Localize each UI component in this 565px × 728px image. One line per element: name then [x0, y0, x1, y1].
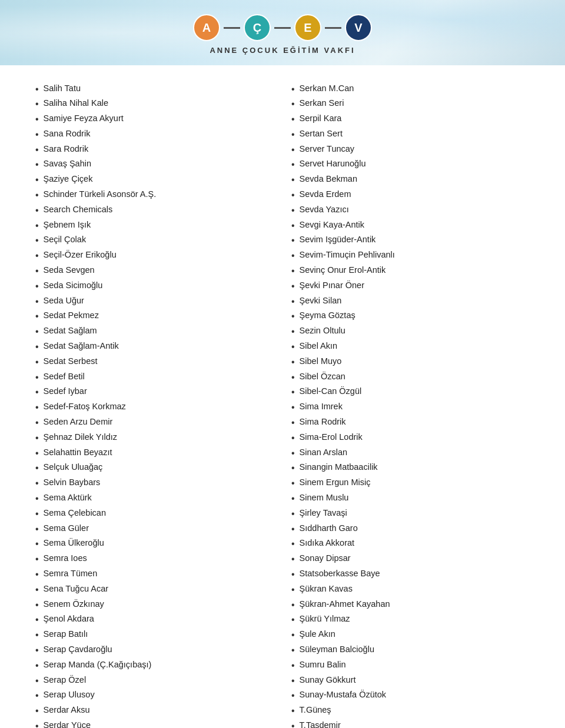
list-item: Sedat Sağlam — [35, 325, 274, 340]
list-item: Samiye Feyza Akyurt — [35, 112, 274, 128]
logo-circle-c: Ç — [244, 14, 271, 41]
left-list: Salih TatuSaliha Nihal KaleSamiye Feyza … — [35, 82, 274, 728]
list-item: Sinangin Matbaacilik — [291, 461, 530, 476]
list-item: Sevda Bekman — [291, 173, 530, 188]
list-item: Sedef Iybar — [35, 385, 274, 400]
list-item: Sevgi Kaya-Antik — [291, 218, 530, 233]
list-item: Sinem Ergun Misiç — [291, 476, 530, 492]
list-item: Sedat Pekmez — [35, 309, 274, 325]
list-item: Sinem Muslu — [291, 492, 530, 507]
logo-line-1 — [224, 27, 240, 29]
list-item: Şükrü Yılmaz — [291, 613, 530, 628]
list-item: Selçuk Uluağaç — [35, 461, 274, 476]
list-item: Sıddharth Garo — [291, 522, 530, 537]
list-item: Sedat Serbest — [35, 355, 274, 370]
logo-line-3 — [325, 27, 341, 29]
list-item: T.Güneş — [291, 704, 530, 719]
right-list: Serkan M.CanSerkan SeriSerpil KaraSertan… — [291, 82, 530, 728]
list-item: Serap Özel — [35, 673, 274, 689]
list-item: Sedef-Fatoş Korkmaz — [35, 400, 274, 416]
list-item: Sıdıka Akkorat — [291, 537, 530, 552]
list-item: Sedef Betil — [35, 370, 274, 385]
logo-icons: A Ç E V — [193, 14, 372, 41]
list-item: Sevda Erdem — [291, 188, 530, 203]
list-item: Sedat Sağlam-Antik — [35, 340, 274, 355]
list-item: Sema Aktürk — [35, 492, 274, 507]
list-item: Sezin Oltulu — [291, 325, 530, 340]
list-item: Senem Özkınay — [35, 597, 274, 613]
logo-area: A Ç E V ANNE ÇOCUK EĞİTİM VAKFI — [193, 14, 372, 55]
list-item: Salih Tatu — [35, 82, 274, 97]
list-item: Sibel Muyo — [291, 355, 530, 370]
list-item: Sara Rodrik — [35, 142, 274, 158]
list-item: Serdar Aksu — [35, 704, 274, 719]
list-item: Seçil-Özer Erikoğlu — [35, 249, 274, 264]
list-item: Serkan Seri — [291, 97, 530, 112]
list-item: Sevinç Onur Erol-Antik — [291, 264, 530, 279]
list-item: Serkan M.Can — [291, 82, 530, 97]
list-item: Seda Sicimoğlu — [35, 279, 274, 294]
list-item: Servet Harunoğlu — [291, 158, 530, 173]
list-item: Şule Akın — [291, 628, 530, 643]
logo-tagline: ANNE ÇOCUK EĞİTİM VAKFI — [210, 46, 355, 55]
list-item: Şaziye Çiçek — [35, 173, 274, 188]
list-item: Sena Tuğcu Acar — [35, 582, 274, 597]
list-item: Search Chemicals — [35, 203, 274, 218]
columns: Salih TatuSaliha Nihal KaleSamiye Feyza … — [35, 82, 530, 728]
list-item: Sema Ülkeroğlu — [35, 537, 274, 552]
list-item: Saliha Nihal Kale — [35, 97, 274, 112]
list-item: Seda Sevgen — [35, 264, 274, 279]
list-item: Sema Güler — [35, 522, 274, 537]
list-item: Server Tuncay — [291, 142, 530, 158]
list-item: Semra Tümen — [35, 567, 274, 583]
list-item: Sunay-Mustafa Özütok — [291, 689, 530, 704]
list-item: Şükran-Ahmet Kayahan — [291, 597, 530, 613]
logo-circle-v: V — [345, 14, 372, 41]
list-item: Schinder Türkeli Asonsör A.Ş. — [35, 188, 274, 203]
logo-circle-e: E — [294, 14, 321, 41]
list-item: Statsoberkasse Baye — [291, 567, 530, 583]
list-item: Selvin Baybars — [35, 476, 274, 492]
list-item: Serap Ulusoy — [35, 689, 274, 704]
list-item: Savaş Şahin — [35, 158, 274, 173]
list-item: Sima Imrek — [291, 400, 530, 416]
list-item: Sumru Balin — [291, 658, 530, 673]
list-item: Sevda Yazıcı — [291, 203, 530, 218]
list-item: Şükran Kavas — [291, 582, 530, 597]
list-item: Sibel Özcan — [291, 370, 530, 385]
list-item: Serpil Kara — [291, 112, 530, 128]
header: A Ç E V ANNE ÇOCUK EĞİTİM VAKFI — [0, 0, 565, 65]
list-item: Sima-Erol Lodrik — [291, 430, 530, 446]
list-item: Seçil Çolak — [35, 233, 274, 249]
list-item: Sonay Dipsar — [291, 552, 530, 567]
list-item: Sima Rodrik — [291, 416, 530, 431]
list-item: Serdar Yüce — [35, 719, 274, 728]
list-item: Sinan Arslan — [291, 446, 530, 461]
list-item: Selahattin Beyazıt — [35, 446, 274, 461]
list-item: Sertan Sert — [291, 127, 530, 142]
list-item: Şevki Pınar Öner — [291, 279, 530, 294]
list-item: Sunay Gökkurt — [291, 673, 530, 689]
list-item: Şevki Silan — [291, 294, 530, 309]
list-item: T.Taşdemir — [291, 719, 530, 728]
logo-line-2 — [274, 27, 291, 29]
list-item: Serap Çavdaroğlu — [35, 643, 274, 658]
list-item: Serap Batılı — [35, 628, 274, 643]
list-item: Serap Manda (Ç.Kağıçıbaşı) — [35, 658, 274, 673]
list-item: Seden Arzu Demir — [35, 416, 274, 431]
list-item: Sevim-Timuçin Pehlivanlı — [291, 249, 530, 264]
list-item: Sema Çelebican — [35, 506, 274, 522]
list-item: Süleyman Balcioğlu — [291, 643, 530, 658]
logo-circle-a: A — [193, 14, 220, 41]
list-item: Sevim Işgüder-Antik — [291, 233, 530, 249]
list-item: Sibel Akın — [291, 340, 530, 355]
list-item: Şeyma Göztaş — [291, 309, 530, 325]
right-column: Serkan M.CanSerkan SeriSerpil KaraSertan… — [291, 82, 530, 728]
list-item: Sibel-Can Özgül — [291, 385, 530, 400]
list-item: Semra Ioes — [35, 552, 274, 567]
list-item: Şebnem Işık — [35, 218, 274, 233]
list-item: Sana Rodrik — [35, 127, 274, 142]
left-column: Salih TatuSaliha Nihal KaleSamiye Feyza … — [35, 82, 291, 728]
content: Salih TatuSaliha Nihal KaleSamiye Feyza … — [0, 65, 565, 728]
list-item: Seda Uğur — [35, 294, 274, 309]
